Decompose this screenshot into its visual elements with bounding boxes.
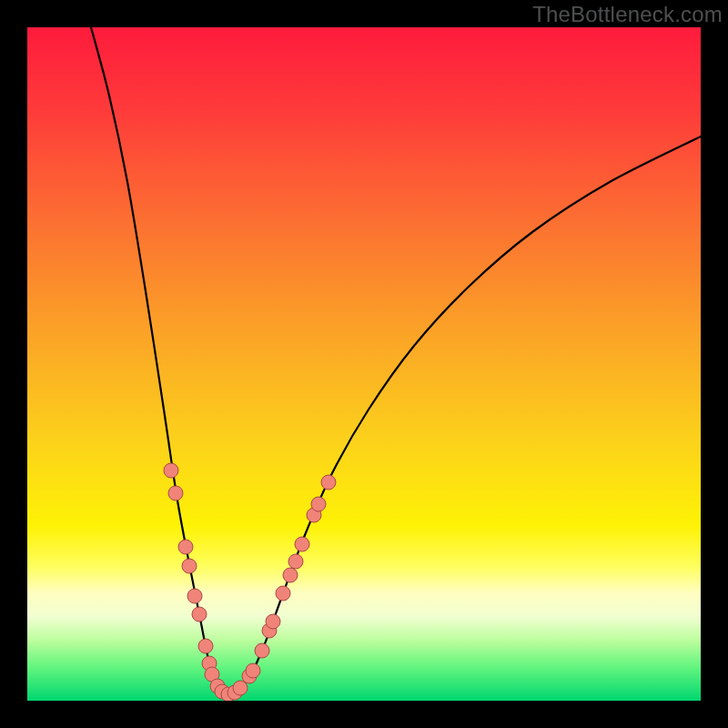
data-dot	[283, 568, 298, 582]
watermark-text: TheBottleneck.com	[532, 2, 723, 27]
data-dot	[295, 537, 309, 551]
data-dot	[255, 643, 269, 658]
data-dot	[192, 607, 207, 622]
chart-frame: TheBottleneck.com	[0, 0, 728, 728]
data-dot	[168, 486, 183, 500]
data-dots	[164, 463, 336, 701]
data-dot	[198, 639, 213, 653]
plot-area	[27, 27, 701, 701]
data-dot	[187, 589, 202, 603]
data-dot	[182, 559, 197, 573]
data-dot	[246, 663, 260, 678]
bottleneck-curve	[91, 27, 701, 694]
data-dot	[164, 463, 178, 478]
data-dot	[276, 586, 290, 601]
chart-overlay	[27, 27, 701, 701]
data-dot	[321, 475, 336, 490]
data-dot	[178, 540, 193, 554]
data-dot	[288, 554, 303, 569]
data-dot	[311, 497, 326, 511]
data-dot	[266, 614, 280, 629]
data-dot	[233, 681, 248, 695]
